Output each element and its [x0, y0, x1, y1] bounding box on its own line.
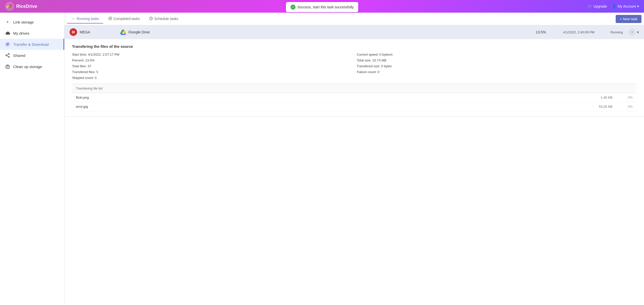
- app-layout: + Link storage My drives Transfer & Down…: [0, 13, 644, 305]
- cancel-task-button[interactable]: ✕: [629, 29, 635, 35]
- logo-icon: [5, 2, 14, 11]
- expand-task-button[interactable]: ▾: [637, 30, 639, 35]
- upgrade-button[interactable]: 🛒 Upgrade: [588, 4, 607, 8]
- clock-icon: [149, 17, 153, 21]
- task-source: M MEGA: [70, 28, 120, 36]
- mega-icon: M: [70, 28, 77, 36]
- task-row[interactable]: M MEGA /Google Drive 13.5% 4/1/2022,: [64, 25, 644, 39]
- detail-current-speed: Current speed: 0 bytes/s: [357, 53, 636, 56]
- detail-start-time: Start time: 4/1/2022, 2:57:17 PM: [72, 53, 352, 56]
- task-details-panel: Transfering the files of the source Star…: [64, 39, 644, 117]
- tab-completed-tasks-label: Completed tasks: [114, 17, 140, 21]
- sidebar-label-shared: Shared: [13, 53, 25, 58]
- file-percent-error: 0%: [612, 105, 633, 108]
- detail-skipped-count: Skipped count: 0: [72, 76, 352, 80]
- task-details-grid: Start time: 4/1/2022, 2:57:17 PM Current…: [72, 53, 636, 80]
- svg-point-3: [8, 6, 11, 8]
- sidebar-item-link-storage[interactable]: + Link storage: [0, 16, 64, 28]
- arrow-right-icon: →: [71, 16, 75, 21]
- file-size-flickr: 1.45 KB: [582, 96, 612, 99]
- my-account-label: My Account: [618, 4, 636, 8]
- content-area: M MEGA /Google Drive 13.5% 4/1/2022,: [64, 25, 644, 305]
- cart-icon: 🛒: [588, 4, 592, 8]
- task-time: 4/1/2022, 2:40:09 PM: [553, 30, 604, 34]
- sidebar-label-link-storage: Link storage: [13, 20, 34, 24]
- app-name: RiceDrive: [16, 4, 37, 9]
- sidebar-item-clean-up-storage[interactable]: Clean up storage: [0, 61, 64, 72]
- header: RiceDrive ✓ Success, start this task suc…: [0, 0, 644, 13]
- my-account-button[interactable]: 👤 My Account ▾: [612, 4, 639, 8]
- new-task-button[interactable]: + New task: [616, 15, 641, 23]
- toast-notification: ✓ Success, start this task successfully: [286, 2, 358, 12]
- toast-message: Success, start this task successfully: [297, 5, 354, 9]
- tab-running-tasks[interactable]: → Running tasks: [67, 14, 103, 24]
- tab-completed-tasks[interactable]: Completed tasks: [104, 15, 144, 24]
- sidebar-label-my-drives: My drives: [13, 31, 29, 35]
- file-item-error: error.jpg 53.25 KB 0%: [72, 102, 636, 111]
- svg-line-8: [7, 54, 8, 55]
- detail-percent: Percent: 13.5%: [72, 58, 352, 62]
- detail-transferred-size: Transfered size: 0 bytes: [357, 64, 636, 68]
- file-name-flickr: flickr.png: [76, 96, 582, 99]
- task-details-title: Transfering the files of the source: [72, 44, 636, 49]
- transfer-icon: [5, 42, 10, 47]
- file-size-error: 53.25 KB: [582, 105, 612, 108]
- file-item-flickr: flickr.png 1.45 KB 0%: [72, 93, 636, 102]
- share-icon: [5, 53, 10, 58]
- sidebar-label-transfer-download: Transfer & Download: [13, 42, 49, 47]
- google-drive-icon: [120, 29, 126, 35]
- tabs-bar: → Running tasks Completed tasks: [64, 13, 644, 25]
- svg-line-9: [7, 56, 8, 57]
- cloud-icon: [5, 31, 10, 36]
- detail-transferred-files: Transfered files: 5: [72, 70, 352, 74]
- svg-point-7: [8, 56, 9, 57]
- sidebar-item-transfer-download[interactable]: Transfer & Download: [0, 39, 64, 50]
- task-status: Running: [604, 30, 629, 34]
- svg-point-6: [6, 55, 7, 56]
- sidebar-label-clean-up-storage: Clean up storage: [13, 64, 42, 69]
- tab-schedule-tasks[interactable]: Schedule tasks: [145, 15, 182, 24]
- svg-line-16: [151, 18, 152, 19]
- task-actions: ✕ ▾: [629, 29, 639, 35]
- task-dest-path: /Google Drive: [128, 30, 150, 34]
- chevron-down-icon: ▾: [637, 4, 639, 8]
- svg-point-4: [5, 42, 10, 47]
- task-source-name: MEGA: [80, 30, 90, 34]
- check-circle-icon: [108, 17, 112, 21]
- task-destination: /Google Drive: [120, 29, 528, 35]
- detail-total-size: Total size: 10.73 MB: [357, 58, 636, 62]
- file-name-error: error.jpg: [76, 105, 582, 108]
- toast-check-icon: ✓: [290, 5, 295, 10]
- svg-point-5: [8, 53, 9, 54]
- header-right: 🛒 Upgrade 👤 My Account ▾: [588, 4, 639, 8]
- task-percent: 13.5%: [528, 30, 553, 34]
- main-content: → Running tasks Completed tasks: [64, 13, 644, 305]
- sidebar-item-my-drives[interactable]: My drives: [0, 28, 64, 39]
- person-icon: 👤: [612, 4, 616, 8]
- detail-total-files: Total files: 37: [72, 64, 352, 68]
- tab-running-tasks-label: Running tasks: [77, 17, 99, 21]
- plus-icon: +: [5, 19, 10, 25]
- file-list-header: Transfering file list: [72, 84, 636, 93]
- file-percent-flickr: 0%: [612, 96, 633, 99]
- svg-marker-21: [120, 34, 126, 35]
- tab-schedule-tasks-label: Schedule tasks: [154, 17, 178, 21]
- logo: RiceDrive: [5, 2, 37, 11]
- upgrade-label: Upgrade: [593, 4, 607, 8]
- sidebar: + Link storage My drives Transfer & Down…: [0, 13, 64, 305]
- cleanup-icon: [5, 64, 10, 69]
- sidebar-item-shared[interactable]: Shared: [0, 50, 64, 61]
- detail-failure-count: Failure count: 0: [357, 70, 636, 74]
- svg-rect-10: [6, 66, 9, 68]
